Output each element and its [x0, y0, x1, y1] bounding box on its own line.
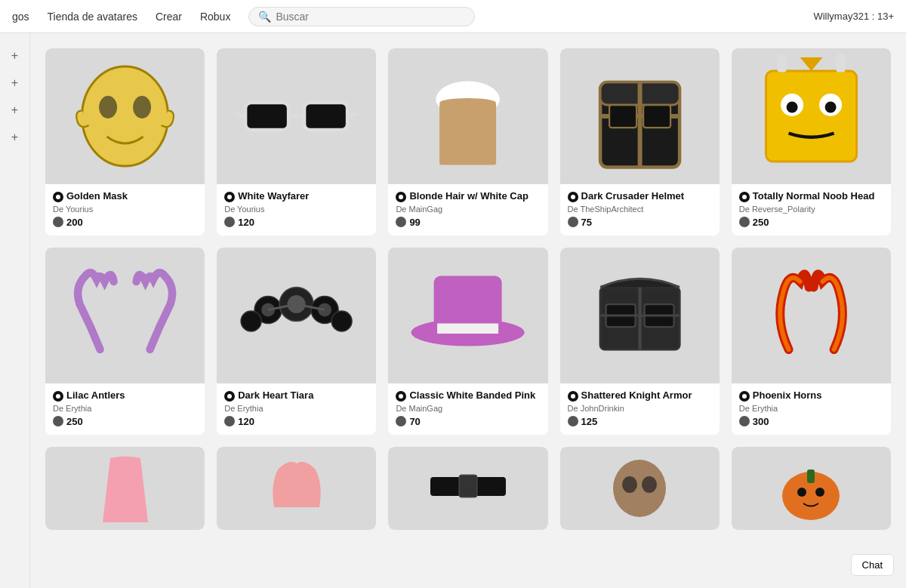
- svg-point-44: [642, 476, 657, 493]
- svg-rect-24: [777, 54, 786, 72]
- item-card-golden-mask[interactable]: Golden Mask De Yourius 200: [45, 48, 205, 236]
- user-info: Willymay321 : 13+: [813, 11, 894, 22]
- item-thumbnail-lilac-antlers: [45, 248, 205, 383]
- sidebar-icon-2[interactable]: +: [8, 75, 23, 91]
- svg-rect-41: [459, 475, 477, 497]
- item-thumbnail-blonde-hair: [388, 48, 547, 184]
- item-name-blonde-hair: Blonde Hair w/ White Cap: [396, 190, 540, 203]
- robux-icon: [224, 391, 235, 402]
- item-price-white-wayfarer: 120: [224, 217, 368, 228]
- robux-icon: [739, 192, 750, 202]
- svg-point-21: [786, 102, 797, 113]
- svg-rect-25: [836, 54, 845, 72]
- robux-icon: [396, 391, 406, 402]
- item-price-dark-heart-tiara: 120: [224, 416, 368, 427]
- item-creator-shattered-knight: De JohnDrinkin: [568, 404, 712, 413]
- robux-icon: [53, 192, 63, 202]
- item-creator-blonde-hair: De MainGag: [396, 205, 540, 214]
- nav-item-games[interactable]: gos: [12, 11, 29, 23]
- svg-rect-48: [807, 469, 815, 483]
- item-card-dark-crusader[interactable]: Dark Crusader Helmet De TheShipArchitect…: [560, 48, 720, 236]
- sidebar-icon-4[interactable]: +: [8, 130, 23, 145]
- item-card-lilac-antlers[interactable]: Lilac Antlers De Erythia 250: [45, 248, 205, 435]
- item-card-shattered-knight[interactable]: Shattered Knight Armor De JohnDrinkin 12…: [560, 248, 720, 435]
- item-creator-dark-crusader: De TheShipArchitect: [568, 205, 712, 214]
- item-card-noob-head[interactable]: Totally Normal Noob Head De Reverse_Pola…: [732, 48, 891, 236]
- partial-item-card-skull-helmet[interactable]: [560, 447, 720, 530]
- sidebar-icon-1[interactable]: +: [8, 48, 23, 63]
- item-name-shattered-knight: Shattered Knight Armor: [568, 389, 712, 402]
- item-info-noob-head: Totally Normal Noob Head De Reverse_Pola…: [732, 184, 891, 236]
- partial-item-card-black-belt[interactable]: [388, 447, 547, 530]
- item-price-noob-head: 250: [739, 217, 883, 228]
- search-icon: 🔍: [258, 11, 271, 23]
- svg-point-22: [824, 102, 836, 113]
- item-card-blonde-hair[interactable]: Blonde Hair w/ White Cap De MainGag 99: [388, 48, 547, 236]
- coin-icon: [53, 217, 63, 227]
- item-info-phoenix-horns: Phoenix Horns De Erythia 300: [732, 383, 891, 435]
- item-card-white-wayfarer[interactable]: White Wayfarer De Yourius 120: [217, 48, 376, 236]
- item-info-blonde-hair: Blonde Hair w/ White Cap De MainGag 99: [388, 184, 547, 236]
- item-info-golden-mask: Golden Mask De Yourius 200: [45, 184, 205, 236]
- item-info-dark-heart-tiara: Dark Heart Tiara De Erythia 120: [217, 383, 376, 435]
- item-card-dark-heart-tiara[interactable]: Dark Heart Tiara De Erythia 120: [217, 248, 376, 435]
- item-price-dark-crusader: 75: [568, 217, 712, 228]
- coin-icon: [396, 217, 406, 227]
- main-content: Golden Mask De Yourius 200 White Wayfare…: [30, 33, 906, 588]
- item-info-shattered-knight: Shattered Knight Armor De JohnDrinkin 12…: [560, 383, 720, 435]
- search-input[interactable]: [276, 11, 465, 23]
- search-bar[interactable]: 🔍: [248, 7, 475, 26]
- sidebar-icon-3[interactable]: +: [8, 103, 23, 118]
- svg-point-46: [797, 488, 806, 497]
- item-card-phoenix-horns[interactable]: Phoenix Horns De Erythia 300: [732, 248, 891, 435]
- svg-rect-36: [437, 323, 498, 334]
- item-creator-dark-heart-tiara: De Erythia: [224, 404, 368, 413]
- coin-icon: [224, 217, 235, 227]
- coin-icon: [53, 416, 63, 426]
- partial-thumbnail-pumpkin-head: [732, 447, 891, 530]
- svg-rect-18: [766, 71, 856, 162]
- svg-rect-3: [245, 103, 288, 130]
- partial-item-card-pink-hair2[interactable]: [217, 447, 376, 530]
- coin-icon: [568, 217, 578, 227]
- svg-point-43: [622, 476, 637, 493]
- svg-point-0: [82, 66, 168, 166]
- chat-button[interactable]: Chat: [851, 554, 894, 576]
- robux-icon: [568, 192, 578, 202]
- nav-item-robux[interactable]: Robux: [200, 11, 230, 23]
- item-creator-classic-white-banded: De MainGag: [396, 404, 540, 413]
- robux-icon: [224, 192, 235, 202]
- svg-point-29: [241, 311, 261, 331]
- item-price-shattered-knight: 125: [568, 416, 712, 427]
- nav-item-create[interactable]: Crear: [156, 11, 182, 23]
- item-thumbnail-classic-white-banded: [388, 248, 547, 383]
- item-info-dark-crusader: Dark Crusader Helmet De TheShipArchitect…: [560, 184, 720, 236]
- svg-point-11: [439, 98, 496, 107]
- item-price-lilac-antlers: 250: [53, 416, 197, 427]
- item-thumbnail-dark-crusader: [560, 48, 720, 184]
- svg-point-30: [331, 311, 352, 331]
- partial-item-card-pink-outfit[interactable]: [45, 447, 205, 530]
- svg-point-47: [815, 488, 824, 497]
- item-thumbnail-noob-head: [732, 48, 891, 184]
- coin-icon: [568, 416, 578, 426]
- nav-item-avatar-shop[interactable]: Tienda de avatares: [48, 11, 137, 23]
- item-creator-noob-head: De Reverse_Polarity: [739, 205, 883, 214]
- item-name-classic-white-banded: Classic White Banded Pink: [396, 389, 540, 402]
- partial-item-card-pumpkin-head[interactable]: [732, 447, 891, 530]
- robux-icon: [396, 192, 406, 202]
- svg-marker-23: [800, 57, 822, 71]
- item-thumbnail-white-wayfarer: [217, 48, 376, 184]
- item-creator-lilac-antlers: De Erythia: [53, 404, 197, 413]
- svg-rect-10: [439, 103, 496, 165]
- robux-icon: [568, 391, 578, 402]
- svg-point-42: [613, 460, 666, 517]
- partial-items-row: [45, 447, 891, 530]
- item-creator-white-wayfarer: De Yourius: [224, 205, 368, 214]
- item-thumbnail-shattered-knight: [560, 248, 720, 383]
- svg-rect-17: [643, 105, 670, 128]
- robux-icon: [53, 391, 63, 402]
- item-price-blonde-hair: 99: [396, 217, 540, 228]
- svg-rect-16: [609, 105, 636, 128]
- item-card-classic-white-banded[interactable]: Classic White Banded Pink De MainGag 70: [388, 248, 547, 435]
